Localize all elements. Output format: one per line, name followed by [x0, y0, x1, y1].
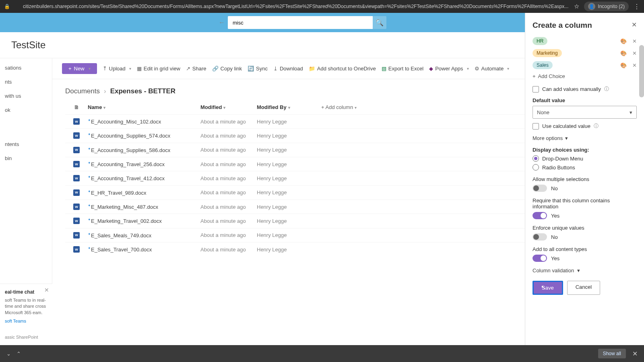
info-icon[interactable]: ⓘ [594, 123, 599, 130]
dropdown-radio[interactable]: Drop-Down Menu [533, 155, 637, 162]
nav-item[interactable]: sations [5, 65, 47, 71]
file-name[interactable]: ✦E_Sales_Meals_749.docx [88, 232, 200, 239]
browser-menu-icon[interactable]: ⋮ [634, 3, 640, 10]
unique-toggle[interactable] [533, 233, 547, 241]
file-name[interactable]: ✦E_Accounting_Supplies_586.docx [88, 147, 200, 153]
onedrive-shortcut-button[interactable]: 📁Add shortcut to OneDrive [309, 66, 376, 72]
search-icon: 🔍 [376, 19, 384, 27]
nav-item[interactable]: bin [5, 155, 47, 161]
choice-chip[interactable]: Sales [533, 61, 553, 69]
power-apps-button[interactable]: ◆Power Apps▾ [429, 66, 469, 72]
remove-icon[interactable]: ✕ [632, 62, 637, 68]
modified-value: About a minute ago [200, 175, 257, 181]
palette-icon[interactable]: 🎨 [620, 62, 627, 68]
column-validation-toggle[interactable]: Column validation▾ [533, 267, 637, 274]
breadcrumb-root[interactable]: Documents [65, 87, 100, 95]
download-button[interactable]: ⤓Download [273, 66, 303, 72]
search-back-icon[interactable]: ← [216, 16, 228, 29]
chevron-down-icon[interactable]: ⌄ [6, 351, 11, 357]
require-label: Require that this column contains inform… [533, 197, 637, 210]
modified-value: About a minute ago [200, 119, 257, 125]
column-name-header[interactable]: Name▾ [88, 104, 200, 110]
nav-item[interactable]: with us [5, 93, 47, 99]
scrollbar-thumb[interactable] [639, 45, 644, 97]
incognito-badge[interactable]: 👤 Incognito (2) [584, 2, 629, 11]
require-toggle[interactable] [533, 212, 547, 219]
file-name[interactable]: ✦E_Accounting_Travel_256.docx [88, 161, 200, 167]
chat-body: soft Teams to in real-time and share cro… [5, 297, 47, 316]
file-name[interactable]: ✦E_Accounting_Supplies_574.docx [88, 132, 200, 139]
display-choices-label: Display choices using: [533, 147, 637, 153]
browser-chrome: 🔒 citizenbuilders.sharepoint.com/sites/T… [0, 0, 644, 13]
nav-item[interactable]: ok [5, 107, 47, 113]
nav-item[interactable]: ntents [5, 141, 47, 147]
palette-icon[interactable]: 🎨 [620, 50, 627, 56]
powerapps-icon: ◆ [429, 66, 433, 72]
chat-title: eal-time chat [5, 289, 47, 296]
downloads-bar: ⌄ ⌃ Show all ✕ [0, 345, 644, 362]
upload-button[interactable]: ⤒Upload▾ [103, 66, 131, 72]
file-name[interactable]: ✦E_Sales_Travel_700.docx [88, 246, 200, 253]
multi-select-toggle[interactable] [533, 185, 547, 192]
chevron-down-icon: ▾ [565, 135, 568, 141]
close-icon[interactable]: ✕ [632, 21, 637, 29]
export-excel-button[interactable]: ▧Export to Excel [382, 66, 423, 72]
modified-by-value: Henry Legge [257, 119, 321, 125]
grid-icon: ▦ [137, 66, 142, 72]
search-input[interactable] [228, 16, 373, 29]
new-button[interactable]: + New ▾ [62, 63, 97, 74]
modified-value: About a minute ago [200, 204, 257, 210]
edit-grid-button[interactable]: ▦Edit in grid view [137, 66, 180, 72]
modified-value: About a minute ago [200, 218, 257, 224]
more-options-toggle[interactable]: More options▾ [533, 135, 637, 141]
add-column-button[interactable]: + Add column▾ [321, 104, 357, 110]
word-doc-icon: W [73, 204, 80, 210]
add-choice-button[interactable]: +Add Choice [533, 73, 637, 79]
choice-chip[interactable]: Marketing [533, 49, 562, 57]
automate-button[interactable]: ⚙Automate▾ [475, 66, 510, 72]
column-modified-header[interactable]: Modified▾ [200, 104, 257, 110]
incognito-icon: 👤 [588, 3, 595, 10]
show-all-button[interactable]: Show all [598, 349, 626, 358]
word-doc-icon: W [73, 246, 80, 253]
sync-button[interactable]: 🔄Sync [248, 66, 268, 72]
save-button[interactable]: Save ↖ [533, 281, 563, 295]
star-icon[interactable]: ☆ [574, 3, 579, 10]
file-name[interactable]: ✦E_HR_Travel_989.docx [88, 189, 200, 196]
default-value-select[interactable]: None ▾ [533, 106, 637, 119]
checkbox-icon [533, 123, 539, 130]
file-name[interactable]: ✦E_Marketing_Travel_002.docx [88, 218, 200, 224]
chevron-down-icon: ▾ [630, 109, 632, 115]
plus-icon: + [533, 73, 536, 79]
search-button[interactable]: 🔍 [373, 16, 386, 29]
palette-icon[interactable]: 🎨 [620, 38, 627, 44]
cancel-button[interactable]: Cancel [567, 281, 600, 295]
excel-icon: ▧ [382, 66, 386, 72]
info-icon[interactable]: ⓘ [604, 86, 609, 93]
choice-row: HR 🎨✕ [533, 37, 637, 45]
copy-link-button[interactable]: 🔗Copy link [212, 66, 242, 72]
classic-link[interactable]: assic SharePoint [5, 334, 47, 340]
checkbox-icon [533, 86, 539, 93]
radiobuttons-radio[interactable]: Radio Buttons [533, 164, 637, 171]
content-types-toggle[interactable] [533, 255, 547, 262]
file-name[interactable]: ✦E_Accounting_Travel_412.docx [88, 175, 200, 181]
remove-icon[interactable]: ✕ [632, 38, 637, 44]
calculated-value-checkbox[interactable]: Use calculated value ⓘ [533, 123, 637, 130]
manual-values-checkbox[interactable]: Can add values manually ⓘ [533, 86, 637, 93]
word-doc-icon: W [73, 175, 80, 181]
share-button[interactable]: ↗Share [186, 66, 206, 72]
file-name[interactable]: ✦E_Marketing_Misc_487.docx [88, 204, 200, 210]
upload-icon: ⤒ [103, 66, 107, 72]
modified-by-value: Henry Legge [257, 147, 321, 153]
chevron-up-icon[interactable]: ⌃ [17, 351, 21, 357]
remove-icon[interactable]: ✕ [632, 50, 637, 56]
nav-item[interactable]: nts [5, 79, 47, 85]
modified-by-value: Henry Legge [257, 189, 321, 195]
close-icon[interactable]: ✕ [44, 286, 49, 294]
close-icon[interactable]: ✕ [632, 350, 638, 358]
incognito-label: Incognito (2) [598, 4, 625, 9]
teams-link[interactable]: soft Teams [5, 318, 47, 324]
choice-chip[interactable]: HR [533, 37, 547, 45]
file-name[interactable]: ✦E_Accounting_Misc_102.docx [88, 118, 200, 125]
